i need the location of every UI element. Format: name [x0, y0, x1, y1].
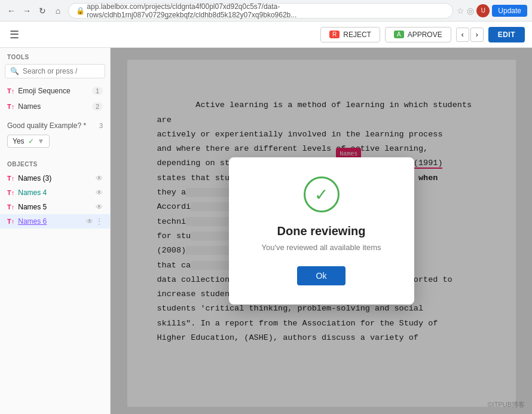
lock-icon: 🔒: [76, 7, 85, 15]
names-tool-count: 2: [92, 102, 103, 111]
prev-arrow[interactable]: ‹: [456, 28, 469, 42]
objects-header: OBJECTS: [0, 155, 110, 171]
reload-button[interactable]: ↻: [36, 4, 49, 17]
sidebar: TOOLS 🔍 T↑ Emoji Sequence 1 T↑ Names 2 G…: [0, 48, 111, 414]
obj-names4-label: Names 4: [18, 188, 92, 197]
names-tool-icon: T↑: [7, 103, 14, 110]
quality-label: Good quality Example? *: [7, 121, 96, 130]
search-icon: 🔍: [10, 67, 19, 75]
approve-shortcut: A: [394, 31, 404, 38]
reject-shortcut: R: [329, 31, 340, 38]
app-header: ☰ R REJECT A APPROVE ‹ › EDIT: [0, 22, 532, 48]
object-item-names4[interactable]: T↑ Names 4 👁: [0, 185, 110, 200]
reject-button[interactable]: R REJECT: [320, 27, 380, 42]
profile-icon[interactable]: U: [476, 4, 490, 17]
obj-names6-label: Names 6: [18, 217, 82, 226]
quality-section: Good quality Example? * 3 Yes ✓ ▼: [0, 119, 110, 150]
emoji-sequence-label: Emoji Sequence: [18, 87, 88, 95]
browser-bar: ← → ↻ ⌂ 🔒 app.labelbox.com/projects/cldg…: [0, 0, 532, 22]
quality-label-row: Good quality Example? * 3: [0, 119, 110, 132]
done-checkmark-icon: ✓: [304, 176, 340, 212]
address-bar[interactable]: 🔒 app.labelbox.com/projects/cldgnta4f00p…: [68, 3, 453, 19]
object-item-names6[interactable]: T↑ Names 6 👁 ⋮: [0, 214, 110, 229]
obj-names5-actions: 👁: [96, 203, 103, 211]
obj-names6-actions: 👁 ⋮: [86, 217, 103, 226]
menu-icon[interactable]: ☰: [7, 26, 22, 44]
home-button[interactable]: ⌂: [51, 4, 65, 17]
edit-button[interactable]: EDIT: [488, 27, 525, 42]
obj-names5-icon: T↑: [7, 203, 14, 211]
url-text: app.labelbox.com/projects/cldgnta4f00pl0…: [87, 2, 445, 19]
content-area: Active learning is a method of learning …: [111, 48, 532, 414]
star-icon[interactable]: ☆: [457, 6, 464, 16]
obj-names4-icon: T↑: [7, 189, 14, 196]
approve-label: APPROVE: [408, 31, 442, 39]
modal-subtitle: You've reviewed all available items: [253, 243, 390, 252]
names-tool-label: Names: [18, 102, 88, 111]
obj-names6-icon: T↑: [7, 218, 14, 225]
quality-chevron-icon: ▼: [38, 137, 45, 145]
next-arrow[interactable]: ›: [470, 28, 484, 42]
search-box[interactable]: 🔍: [5, 64, 105, 78]
emoji-sequence-count: 1: [92, 87, 103, 95]
obj-names5-eye-icon[interactable]: 👁: [96, 203, 103, 211]
obj-names3-actions: 👁: [96, 174, 103, 182]
forward-button[interactable]: →: [20, 4, 33, 17]
tools-header: TOOLS: [0, 48, 110, 64]
emoji-sequence-icon: T↑: [7, 87, 14, 95]
obj-names3-label: Names (3): [18, 174, 92, 182]
back-button[interactable]: ←: [5, 4, 18, 17]
quality-dropdown-value[interactable]: Yes ✓ ▼: [7, 135, 50, 148]
quality-dropdown[interactable]: Yes ✓ ▼: [0, 132, 110, 150]
object-item-names3[interactable]: T↑ Names (3) 👁: [0, 171, 110, 185]
obj-names6-eye-icon[interactable]: 👁: [86, 217, 93, 226]
obj-names3-icon: T↑: [7, 175, 14, 182]
modal-box: ✓ Done reviewing You've reviewed all ava…: [229, 157, 414, 305]
ext-icon[interactable]: ◎: [467, 6, 474, 16]
tool-item-emoji-sequence[interactable]: T↑ Emoji Sequence 1: [0, 83, 110, 99]
approve-button[interactable]: A APPROVE: [385, 27, 451, 42]
modal-ok-button[interactable]: Ok: [297, 266, 346, 285]
obj-names4-actions: 👁: [96, 188, 103, 197]
obj-names6-more-icon[interactable]: ⋮: [96, 217, 103, 226]
tool-item-names[interactable]: T↑ Names 2: [0, 99, 110, 114]
pagination-arrows: ‹ ›: [456, 28, 484, 42]
quality-value-text: Yes: [13, 137, 25, 145]
search-input[interactable]: [23, 67, 111, 75]
reject-label: REJECT: [343, 31, 371, 39]
obj-names3-eye-icon[interactable]: 👁: [96, 174, 103, 182]
modal-title: Done reviewing: [253, 224, 390, 238]
object-item-names5[interactable]: T↑ Names 5 👁: [0, 200, 110, 214]
obj-names4-eye-icon[interactable]: 👁: [96, 188, 103, 197]
quality-check-icon: ✓: [28, 137, 34, 145]
main-layout: TOOLS 🔍 T↑ Emoji Sequence 1 T↑ Names 2 G…: [0, 48, 532, 414]
browser-actions: ☆ ◎ U Update: [457, 4, 527, 17]
modal-overlay: ✓ Done reviewing You've reviewed all ava…: [111, 48, 532, 414]
quality-num: 3: [99, 122, 103, 129]
header-actions: R REJECT A APPROVE ‹ › EDIT: [320, 27, 525, 42]
obj-names5-label: Names 5: [18, 203, 92, 211]
nav-buttons: ← → ↻ ⌂: [5, 4, 65, 17]
update-button[interactable]: Update: [492, 5, 527, 17]
